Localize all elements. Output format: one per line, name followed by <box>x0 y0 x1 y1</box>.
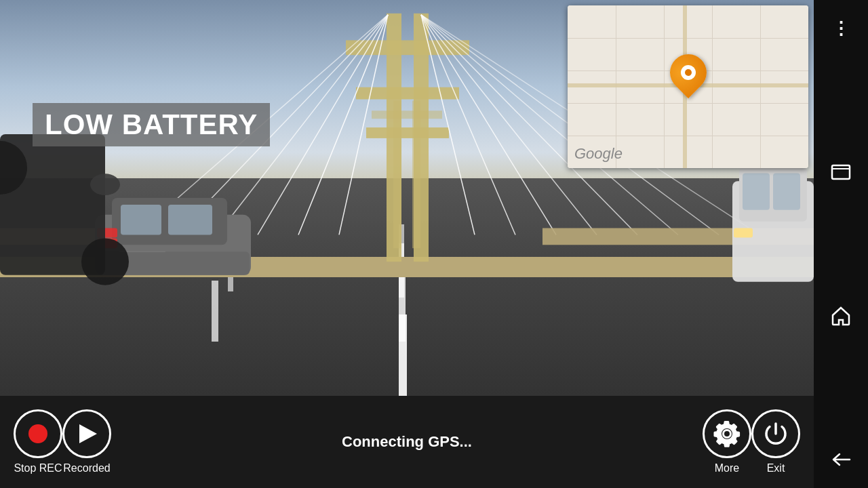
road-background <box>0 178 814 396</box>
svg-rect-41 <box>832 165 850 179</box>
stop-rec-button[interactable]: Stop REC <box>14 409 62 474</box>
exit-circle <box>751 409 800 458</box>
gear-icon <box>713 420 741 447</box>
main-area: LOW BATTERY <box>0 0 814 488</box>
home-icon[interactable] <box>826 301 856 331</box>
recorded-label: Recorded <box>63 462 110 474</box>
bridge-barrier <box>0 257 814 277</box>
map-background: Google <box>568 5 808 168</box>
rec-dot-icon <box>28 424 47 443</box>
stop-rec-label: Stop REC <box>14 462 62 474</box>
exit-button[interactable]: Exit <box>751 409 800 474</box>
play-icon <box>79 424 97 443</box>
map-overlay[interactable]: Google <box>568 5 808 168</box>
camera-view: LOW BATTERY <box>0 0 814 396</box>
controls-bar: Stop REC Recorded Connecting GPS... <box>0 396 814 488</box>
recorded-button[interactable]: Recorded <box>62 409 111 474</box>
exit-label: Exit <box>767 462 785 474</box>
recorded-circle <box>62 409 111 458</box>
power-icon <box>763 421 789 447</box>
more-options-icon[interactable]: ⋮ <box>826 14 856 43</box>
stop-rec-circle <box>14 409 62 458</box>
back-icon[interactable] <box>826 445 856 474</box>
more-label: More <box>715 462 739 474</box>
google-watermark: Google <box>574 145 623 163</box>
map-pin <box>670 54 707 91</box>
nav-bar: ⋮ <box>814 0 868 488</box>
low-battery-overlay: LOW BATTERY <box>33 103 270 146</box>
low-battery-text: LOW BATTERY <box>45 108 258 140</box>
more-circle <box>703 409 751 458</box>
gps-status-text: Connecting GPS... <box>111 433 703 451</box>
recents-icon[interactable] <box>826 157 856 187</box>
more-button[interactable]: More <box>703 409 751 474</box>
